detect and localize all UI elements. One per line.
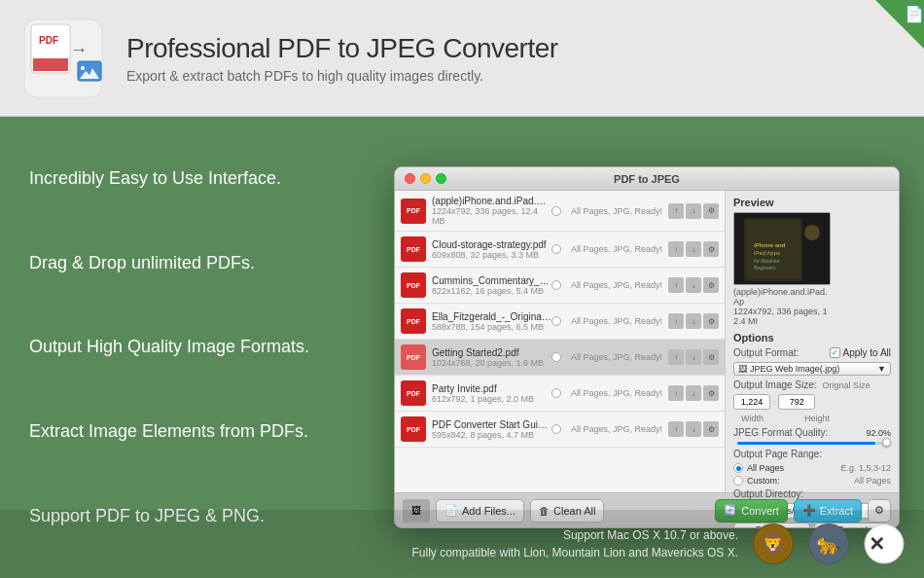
maximize-button[interactable]: [436, 173, 446, 184]
x-separator: :: [773, 398, 775, 407]
settings-icon[interactable]: ⚙: [703, 203, 719, 219]
all-pages-radio[interactable]: [733, 463, 743, 473]
settings-icon[interactable]: ⚙: [703, 349, 719, 365]
all-pages-radio-row: All Pages E.g. 1,5,3-12: [733, 463, 891, 473]
file-actions: ↑ ↓ ⚙: [668, 277, 719, 293]
custom-pages-value: All Pages: [854, 476, 891, 486]
svg-text:for Absolute: for Absolute: [754, 258, 780, 264]
lion-os-icon: 🦁: [753, 524, 794, 564]
down-icon[interactable]: ↓: [686, 313, 701, 329]
up-icon[interactable]: ↑: [668, 203, 684, 219]
apply-to-all-checkbox[interactable]: ✓: [830, 347, 840, 358]
svg-text:✕: ✕: [869, 533, 885, 555]
window-body: PDF (apple)iPhone.and.iPad.Apps.for.A...…: [395, 191, 899, 492]
preview-caption: (apple)iPhone.and.iPad.Ap 1224x792, 336 …: [733, 287, 831, 326]
table-row[interactable]: PDF Cloud-storage-strategy.pdf 609x808, …: [395, 232, 725, 268]
pdf-icon: PDF: [401, 236, 426, 262]
table-row[interactable]: PDF Getting Started2.pdf 1024x768, 20 pa…: [395, 340, 725, 376]
apply-to-all-area[interactable]: ✓ Apply to All: [830, 347, 891, 358]
svg-text:📄: 📄: [905, 5, 924, 23]
file-actions: ↑ ↓ ⚙: [668, 203, 719, 219]
settings-icon[interactable]: ⚙: [703, 385, 719, 401]
feature-4: Extract Image Elements from PDFs.: [29, 414, 340, 450]
app-title: Professional PDF to JPEG Converter: [126, 33, 558, 64]
down-icon[interactable]: ↓: [686, 241, 701, 257]
file-info: Cummins_Commentary_Issue_31.pdf 822x1162…: [432, 275, 551, 296]
dimension-labels: Width Height: [733, 414, 891, 423]
page-range-label: Output Page Range:: [733, 449, 822, 459]
size-label: Output Image Size:: [733, 379, 817, 390]
up-icon[interactable]: ↑: [668, 241, 684, 257]
svg-text:🐆: 🐆: [816, 532, 840, 556]
up-icon[interactable]: ↑: [668, 277, 684, 293]
up-icon[interactable]: ↑: [668, 385, 684, 401]
minimize-button[interactable]: [420, 173, 431, 184]
app-header: PDF → Professional PDF to JPEG Converter…: [0, 0, 924, 117]
table-row[interactable]: PDF PDF Converter Start Guide for iPad.p…: [395, 412, 725, 448]
file-info: PDF Converter Start Guide for iPad.pdf 5…: [432, 419, 551, 440]
custom-radio[interactable]: [733, 476, 743, 486]
table-row[interactable]: PDF Cummins_Commentary_Issue_31.pdf 822x…: [395, 268, 725, 304]
file-status: All Pages, JPG, Ready!: [571, 352, 662, 362]
output-format-label: Output Format:: [733, 347, 799, 358]
quality-slider[interactable]: [737, 442, 887, 445]
pdf-icon-deleting: PDF: [401, 344, 426, 370]
file-status: All Pages, JPG, Ready!: [571, 316, 662, 326]
original-size-label: Orignal Size: [823, 380, 871, 390]
height-input[interactable]: [778, 394, 815, 410]
radio-button[interactable]: [551, 424, 561, 434]
height-label: Height: [804, 414, 830, 423]
file-actions: ↑ ↓ ⚙: [668, 421, 719, 437]
down-icon[interactable]: ↓: [686, 277, 701, 293]
table-row[interactable]: PDF (apple)iPhone.and.iPad.Apps.for.A...…: [395, 191, 725, 232]
mac-titlebar: PDF to JPEG: [395, 167, 899, 191]
file-status: All Pages, JPG, Ready!: [571, 244, 662, 254]
settings-icon[interactable]: ⚙: [703, 241, 719, 257]
quality-label: JPEG Format Quality:: [733, 427, 828, 438]
file-meta: 822x1162, 16 pages, 5.4 MB: [432, 286, 551, 296]
down-icon[interactable]: ↓: [686, 421, 701, 437]
settings-icon[interactable]: ⚙: [703, 313, 719, 329]
output-dir-label: Output Directoy:: [733, 488, 803, 499]
file-meta: 612x792, 1 pages, 2.0 MB: [432, 394, 551, 404]
radio-button[interactable]: [551, 352, 561, 362]
file-name: Ella_Fitzgerald_-_Original_Key-1-1.pdf: [432, 311, 551, 322]
up-icon[interactable]: ↑: [668, 421, 684, 437]
pdf-icon: PDF: [401, 272, 426, 298]
up-icon[interactable]: ↑: [668, 313, 684, 329]
feature-1: Incredibly Easy to Use Interface.: [29, 161, 340, 197]
down-icon[interactable]: ↓: [686, 385, 701, 401]
width-input[interactable]: [733, 394, 770, 410]
radio-button[interactable]: [551, 206, 561, 216]
table-row[interactable]: PDF Ella_Fitzgerald_-_Original_Key-1-1.p…: [395, 304, 725, 340]
radio-button[interactable]: [551, 388, 561, 398]
app-screenshot: PDF to JPEG PDF (apple)iPhone.and.iPad.A…: [370, 117, 924, 578]
main-content: Incredibly Easy to Use Interface. Drag &…: [0, 117, 924, 578]
file-info: Party Invite.pdf 612x792, 1 pages, 2.0 M…: [432, 383, 551, 404]
settings-icon[interactable]: ⚙: [703, 277, 719, 293]
footer-text: Support Mac OS X 10.7 or above. Fully co…: [412, 526, 739, 561]
quality-slider-row: [733, 442, 891, 445]
slider-thumb[interactable]: [882, 438, 891, 447]
slider-fill: [737, 442, 875, 445]
file-list: PDF (apple)iPhone.and.iPad.Apps.for.A...…: [395, 191, 726, 492]
format-dropdown[interactable]: 🖼 JPEG Web Image(.jpg) ▼: [733, 362, 891, 376]
up-icon[interactable]: ↑: [668, 349, 684, 365]
apply-to-all-label: Apply to All: [843, 347, 891, 358]
file-info: Getting Started2.pdf 1024x768, 20 pages,…: [432, 347, 551, 368]
radio-button[interactable]: [551, 316, 561, 326]
file-actions: ↑ ↓ ⚙: [668, 241, 719, 257]
radio-button[interactable]: [551, 280, 561, 290]
down-icon[interactable]: ↓: [686, 203, 701, 219]
preview-box: iPhone and iPad Apps for Absolute Beginn…: [733, 212, 831, 285]
svg-text:PDF: PDF: [39, 35, 58, 46]
settings-icon[interactable]: ⚙: [703, 421, 719, 437]
radio-button[interactable]: [551, 244, 561, 254]
file-status: All Pages, JPG, Ready!: [571, 424, 662, 434]
feature-3: Output High Quality Image Formats.: [29, 329, 340, 365]
pdf-icon: PDF: [401, 308, 426, 334]
down-icon[interactable]: ↓: [686, 349, 701, 365]
table-row[interactable]: PDF Party Invite.pdf 612x792, 1 pages, 2…: [395, 376, 725, 412]
file-name: (apple)iPhone.and.iPad.Apps.for.A...: [432, 196, 551, 206]
close-button[interactable]: [405, 173, 415, 184]
